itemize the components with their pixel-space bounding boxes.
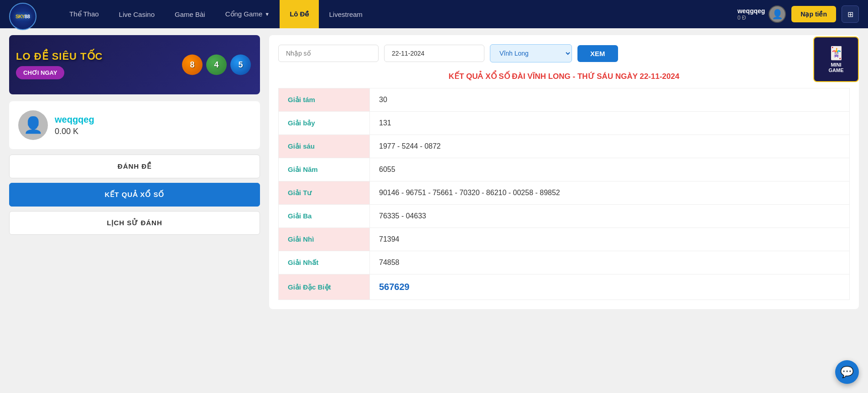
table-row: Giải Năm6055 [279,158,850,181]
nav-livestream[interactable]: Livestream [319,0,372,28]
avatar[interactable]: 👤 [769,5,786,23]
prize-label: Giải sáu [279,135,370,158]
navbar: SKY88 Thể Thao Live Casino Game Bài Cổng… [0,0,868,28]
user-card-balance: 0.00 K [55,127,94,136]
prize-value: 131 [370,112,850,135]
table-row: Giải tám30 [279,88,850,112]
mini-game-label2: GAME [829,67,844,73]
prize-label: Giải Tư [279,181,370,205]
nav-game-bai[interactable]: Game Bài [165,0,215,28]
prize-label: Giải Đặc Biệt [279,274,370,300]
lottery-table: Giải tám30Giải bảy131Giải sáu1977 - 5244… [278,88,850,300]
settings-icon-btn[interactable]: ⊞ [842,5,859,23]
lich-su-danh-button[interactable]: LỊCH SỬ ĐÁNH [9,211,260,235]
user-card: 👤 weqgqeg 0.00 K [9,101,260,149]
chevron-down-icon: ▼ [265,11,270,17]
table-row: Giải Tư90146 - 96751 - 75661 - 70320 - 8… [279,181,850,205]
nap-tien-button[interactable]: Nạp tiền [791,6,836,22]
prize-value: 1977 - 5244 - 0872 [370,135,850,158]
grid-icon: ⊞ [847,10,853,19]
table-row: Giải Nhì71394 [279,228,850,251]
mini-game-widget[interactable]: 🃏 MINI GAME [813,36,859,82]
content-panel: Vĩnh Long Hà Nội TP. Hồ Chí Minh Đà Nẵng… [269,35,859,309]
filter-row: Vĩnh Long Hà Nội TP. Hồ Chí Minh Đà Nẵng… [278,44,850,62]
table-row: Giải Đặc Biệt567629 [279,274,850,300]
nav-the-thao[interactable]: Thể Thao [59,0,109,28]
prize-value: 76335 - 04633 [370,205,850,228]
province-select[interactable]: Vĩnh Long Hà Nội TP. Hồ Chí Minh Đà Nẵng… [490,44,572,62]
mini-game-label: MINI [831,62,841,67]
user-card-name: weqgqeg [55,114,94,125]
avatar-large: 👤 [18,110,48,140]
nav-items: Thể Thao Live Casino Game Bài Cổng Game … [59,0,738,28]
number-input[interactable] [278,45,379,62]
main-content: LO ĐỀ SIÊU TỐC CHƠI NGAY 8 4 5 👤 weqgqeg… [0,28,868,316]
nav-live-casino[interactable]: Live Casino [109,0,165,28]
prize-value: 74858 [370,251,850,274]
username: weqgqeg [738,7,765,15]
choi-ngay-button[interactable]: CHƠI NGAY [16,66,64,79]
sidebar: LO ĐỀ SIÊU TỐC CHƠI NGAY 8 4 5 👤 weqgqeg… [9,35,260,309]
prize-label: Giải Ba [279,205,370,228]
xem-button[interactable]: XEM [577,45,618,62]
banner: LO ĐỀ SIÊU TỐC CHƠI NGAY 8 4 5 [9,35,260,94]
user-card-info: weqgqeg 0.00 K [55,114,94,136]
danh-de-button[interactable]: ĐÁNH ĐỀ [9,155,260,178]
ket-qua-xo-so-button[interactable]: KẾT QUẢ XỔ SỐ [9,183,260,207]
ball-3: 5 [230,55,251,75]
nav-lo-de[interactable]: Lô Đề [280,0,319,28]
result-title: KẾT QUẢ XỔ SỐ ĐÀI VĨNH LONG - THỨ SÁU NG… [278,72,850,81]
table-row: Giải sáu1977 - 5244 - 0872 [279,135,850,158]
logo-text: SKY88 [9,3,36,30]
banner-title: LO ĐỀ SIÊU TỐC [16,51,103,62]
prize-label: Giải tám [279,88,370,112]
mini-game-cards-icon: 🃏 [828,46,844,61]
logo[interactable]: SKY88 [9,3,46,26]
table-row: Giải bảy131 [279,112,850,135]
prize-label: Giải Nhất [279,251,370,274]
ball-2: 4 [206,55,227,75]
prize-value: 30 [370,88,850,112]
prize-value: 6055 [370,158,850,181]
prize-label: Giải Nhì [279,228,370,251]
table-row: Giải Ba76335 - 04633 [279,205,850,228]
user-balance-nav: 0 Đ [738,15,765,21]
table-row: Giải Nhất74858 [279,251,850,274]
banner-text: LO ĐỀ SIÊU TỐC CHƠI NGAY [16,51,103,79]
date-input[interactable] [384,45,484,62]
prize-value: 567629 [370,274,850,300]
banner-balls: 8 4 5 [182,55,251,75]
ball-1: 8 [182,55,203,75]
nav-right: weqgqeg 0 Đ 👤 Nạp tiền ⊞ [738,5,859,23]
nav-cong-game[interactable]: Cổng Game ▼ [215,0,280,28]
prize-label: Giải bảy [279,112,370,135]
prize-value: 71394 [370,228,850,251]
prize-label: Giải Năm [279,158,370,181]
user-info: weqgqeg 0 Đ 👤 [738,5,786,23]
prize-value: 90146 - 96751 - 75661 - 70320 - 86210 - … [370,181,850,205]
